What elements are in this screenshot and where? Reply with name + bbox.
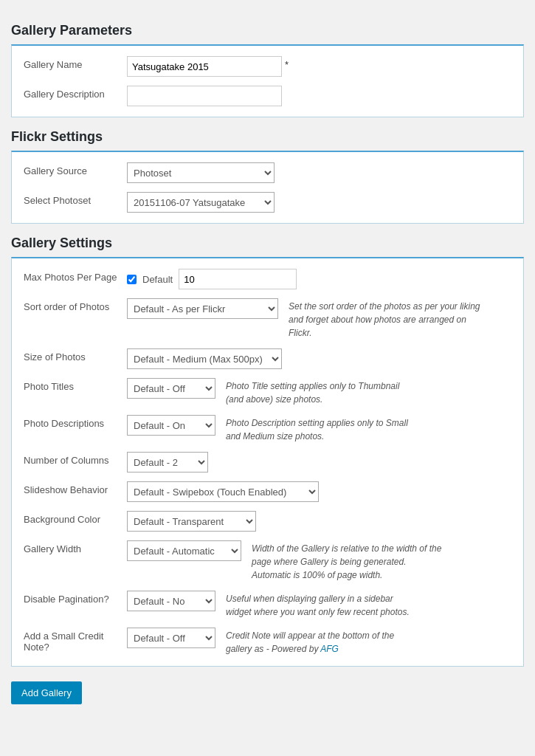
num-columns-select[interactable]: Default - 2 1 2 3 4 5 [127, 452, 208, 472]
num-columns-label: Number of Columns [24, 452, 127, 466]
gallery-params-title: Gallery Parameters [11, 23, 524, 38]
photo-desc-label: Photo Descriptions [24, 415, 127, 429]
sort-order-select[interactable]: Default - As per Flickr Date Posted Asce… [127, 298, 278, 319]
photo-titles-hint: Photo Title setting applies only to Thum… [226, 378, 418, 406]
photo-titles-wrap: Default - Off On Off Photo Title setting… [127, 378, 511, 406]
select-photoset-label: Select Photoset [24, 192, 127, 206]
gallery-desc-label: Gallery Description [24, 86, 127, 100]
credit-note-label: Add a Small Credit Note? [24, 628, 127, 653]
bg-color-wrap: Default - Transparent White Black [127, 511, 511, 532]
afg-link[interactable]: AFG [320, 644, 339, 654]
max-photos-checkbox[interactable] [127, 275, 137, 284]
photo-desc-row: Photo Descriptions Default - On On Off P… [24, 415, 511, 443]
photo-titles-label: Photo Titles [24, 378, 127, 392]
credit-note-row: Add a Small Credit Note? Default - Off O… [24, 628, 511, 656]
slideshow-wrap: Default - Swipebox (Touch Enabled) Light… [127, 481, 511, 502]
photo-desc-hint: Photo Description setting applies only t… [226, 415, 418, 443]
max-photos-default-label: Default [142, 274, 173, 285]
disable-pagination-hint: Useful when displaying gallery in a side… [226, 591, 418, 619]
gallery-source-label: Gallery Source [24, 162, 127, 176]
sort-order-row: Sort order of Photos Default - As per Fl… [24, 298, 511, 340]
slideshow-row: Slideshow Behavior Default - Swipebox (T… [24, 481, 511, 502]
disable-pagination-select[interactable]: Default - No Yes No [127, 591, 215, 611]
bg-color-row: Background Color Default - Transparent W… [24, 511, 511, 532]
size-photos-wrap: Default - Medium (Max 500px) Small (Max … [127, 348, 511, 369]
gallery-name-wrap: * [127, 56, 511, 77]
gallery-desc-wrap [127, 86, 511, 106]
slideshow-select[interactable]: Default - Swipebox (Touch Enabled) Light… [127, 481, 319, 502]
disable-pagination-row: Disable Pagination? Default - No Yes No … [24, 591, 511, 619]
size-photos-label: Size of Photos [24, 348, 127, 362]
gallery-params-panel: Gallery Name * Gallery Description [11, 44, 524, 117]
photo-desc-select[interactable]: Default - On On Off [127, 415, 215, 436]
gallery-desc-input[interactable] [127, 86, 282, 106]
gallery-name-label: Gallery Name [24, 56, 127, 70]
gallery-source-row: Gallery Source Photoset User Photos Grou… [24, 162, 511, 183]
credit-note-select[interactable]: Default - Off On Off [127, 628, 215, 648]
max-photos-row: Max Photos Per Page Default [24, 269, 511, 289]
max-photos-number-input[interactable] [179, 269, 297, 289]
gallery-source-select[interactable]: Photoset User Photos Group Pool Gallery [127, 162, 275, 183]
photo-desc-wrap: Default - On On Off Photo Description se… [127, 415, 511, 443]
gallery-settings-panel: Max Photos Per Page Default Sort order o… [11, 257, 524, 667]
sort-order-wrap: Default - As per Flickr Date Posted Asce… [127, 298, 511, 340]
disable-pagination-wrap: Default - No Yes No Useful when displayi… [127, 591, 511, 619]
add-gallery-button[interactable]: Add Gallery [11, 681, 82, 704]
required-asterisk: * [285, 56, 289, 70]
select-photoset-wrap: 20151106-07 Yatsugatake [127, 192, 511, 213]
gallery-source-wrap: Photoset User Photos Group Pool Gallery [127, 162, 511, 183]
size-photos-row: Size of Photos Default - Medium (Max 500… [24, 348, 511, 369]
credit-note-hint: Credit Note will appear at the bottom of… [226, 628, 418, 656]
gallery-desc-row: Gallery Description [24, 86, 511, 106]
size-photos-select[interactable]: Default - Medium (Max 500px) Small (Max … [127, 348, 282, 369]
sort-order-hint: Set the sort order of the photos as per … [289, 298, 480, 340]
gallery-settings-title: Gallery Settings [11, 236, 524, 251]
bg-color-label: Background Color [24, 511, 127, 525]
max-photos-label: Max Photos Per Page [24, 269, 127, 283]
gallery-width-select[interactable]: Default - Automatic 50% 75% 100% [127, 540, 241, 561]
gallery-width-wrap: Default - Automatic 50% 75% 100% Width o… [127, 540, 511, 582]
gallery-width-label: Gallery Width [24, 540, 127, 554]
select-photoset-row: Select Photoset 20151106-07 Yatsugatake [24, 192, 511, 213]
sort-order-label: Sort order of Photos [24, 298, 127, 312]
gallery-name-row: Gallery Name * [24, 56, 511, 77]
photo-titles-row: Photo Titles Default - Off On Off Photo … [24, 378, 511, 406]
gallery-width-row: Gallery Width Default - Automatic 50% 75… [24, 540, 511, 582]
num-columns-row: Number of Columns Default - 2 1 2 3 4 5 [24, 452, 511, 472]
flickr-settings-panel: Gallery Source Photoset User Photos Grou… [11, 151, 524, 224]
gallery-width-hint: Width of the Gallery is relative to the … [252, 540, 443, 582]
disable-pagination-label: Disable Pagination? [24, 591, 127, 605]
credit-note-wrap: Default - Off On Off Credit Note will ap… [127, 628, 511, 656]
slideshow-label: Slideshow Behavior [24, 481, 127, 495]
select-photoset-select[interactable]: 20151106-07 Yatsugatake [127, 192, 275, 213]
num-columns-wrap: Default - 2 1 2 3 4 5 [127, 452, 511, 472]
photo-titles-select[interactable]: Default - Off On Off [127, 378, 215, 399]
flickr-settings-title: Flickr Settings [11, 129, 524, 145]
bg-color-select[interactable]: Default - Transparent White Black [127, 511, 256, 532]
max-photos-wrap: Default [127, 269, 511, 289]
gallery-name-input[interactable] [127, 56, 282, 77]
